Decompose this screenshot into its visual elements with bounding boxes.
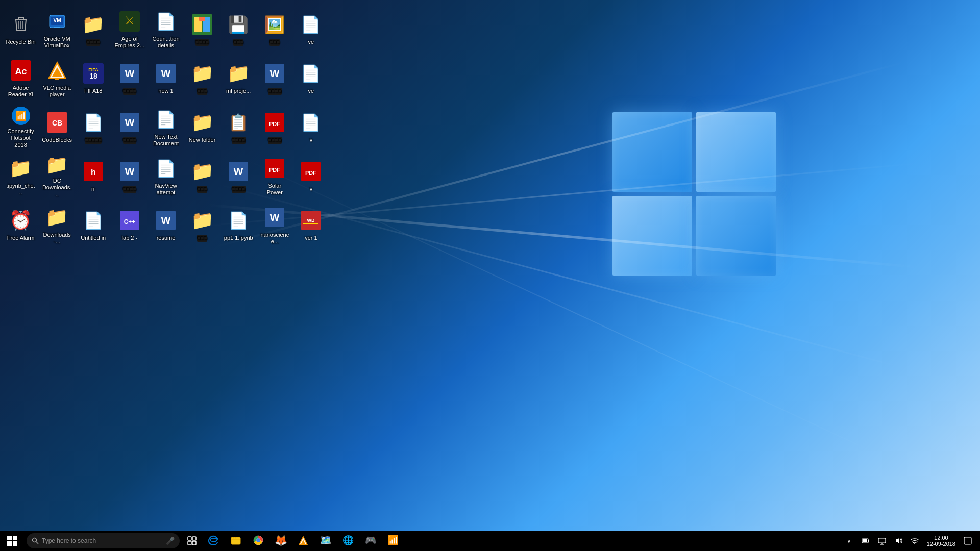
adobe-reader-icon[interactable]: Ac Adobe Reader XI [4, 55, 38, 101]
notification-center[interactable] [960, 531, 976, 551]
svg-text:W: W [125, 68, 134, 79]
countdown-icon[interactable]: 📄 Coun...tion details [149, 6, 183, 52]
dc-downloads-label: DC Downloads... [42, 178, 72, 198]
oracle-vm-icon[interactable]: VM Oracle VM VirtualBox [40, 6, 74, 52]
taskbar-vlc[interactable] [292, 531, 314, 551]
folder-redacted-3-icon[interactable]: 📁 ■■■ [185, 153, 219, 199]
age-of-empires-label: Age of Empires 2... [114, 36, 144, 49]
pp1-label: pp1 1.ipynb [224, 235, 253, 241]
desktop-icons-area: Recycle Bin VM Oracle VM VirtualBox 📁 ■■… [0, 0, 332, 531]
new-text-doc-label: New Text Document [151, 134, 181, 147]
svg-text:VM: VM [53, 18, 61, 23]
ver1-icon[interactable]: WB ver 1 [294, 202, 328, 248]
untitled-img: 📄 [81, 208, 106, 233]
word-redacted-label-3: ■■■■ [123, 186, 137, 192]
v-icon-3[interactable]: 📄 v [294, 104, 328, 150]
text-doc-redacted-label: ■■■■■ [85, 137, 102, 143]
text-doc-redacted-icon[interactable]: 📄 ■■■■■ [76, 104, 110, 150]
beam-5 [237, 155, 886, 458]
ve-icon-2[interactable]: 📄 ve [294, 55, 328, 101]
battery-tray[interactable] [857, 531, 874, 551]
ipynb-folder-icon[interactable]: 📁 .ipynb_che... [4, 153, 38, 199]
taskbar-explorer[interactable] [225, 531, 247, 551]
solar-power-icon[interactable]: PDF Solar Power [258, 153, 292, 199]
resume-icon[interactable]: W resume [149, 202, 183, 248]
new1-icon[interactable]: W new 1 [149, 55, 183, 101]
v-label-4: v [310, 186, 313, 192]
taskbar-chrome[interactable] [247, 531, 270, 551]
countdown-label: Coun...tion details [151, 36, 181, 49]
folder-redacted-2-icon[interactable]: 📁 ■■■ [185, 55, 219, 101]
connectify-label: Connectify Hotspot 2018 [6, 128, 36, 148]
ipynb-folder-label: .ipynb_che... [6, 183, 36, 196]
untitled-icon[interactable]: 📄 Untitled in [76, 202, 110, 248]
connectify-icon[interactable]: 📶 Connectify Hotspot 2018 [4, 104, 38, 150]
file-redacted-icon[interactable]: 💾 ■■■ [222, 6, 256, 52]
lab2-icon[interactable]: C++ lab 2 - [112, 202, 146, 248]
sticky-redacted-icon[interactable]: 📋 ■■■■ [222, 104, 256, 150]
taskbar: 🎤 [0, 531, 980, 551]
downloads-img: 📁 [45, 205, 69, 230]
network-tray[interactable] [874, 531, 890, 551]
search-input[interactable] [42, 537, 159, 544]
svg-text:📶: 📶 [15, 110, 27, 121]
new-folder-icon[interactable]: 📁 New folder [185, 104, 219, 150]
svg-rect-75 [878, 538, 886, 543]
codeblocks-icon[interactable]: CB CodeBlocks [40, 104, 74, 150]
folder-redacted-icon[interactable]: 📁 ■■■■ [76, 6, 110, 52]
system-clock[interactable]: 12:00 12-09-2018 [923, 531, 960, 551]
free-alarm-icon[interactable]: ⏰ Free Alarm [4, 202, 38, 248]
recycle-bin-label: Recycle Bin [6, 39, 36, 45]
svg-rect-55 [7, 536, 12, 540]
taskbar-app7[interactable]: 🌐 [337, 531, 359, 551]
taskbar-app8[interactable]: 🎮 [359, 531, 382, 551]
taskbar-maps[interactable]: 🗺️ [314, 531, 337, 551]
word-doc-redacted-icon[interactable]: W ■■■■ [112, 104, 146, 150]
winrar-icon[interactable]: ■■■■ [185, 6, 219, 52]
taskbar-wifi-app[interactable]: 📶 [382, 531, 404, 551]
downloads-icon[interactable]: 📁 Downloads -... [40, 202, 74, 248]
wifi-tray[interactable] [906, 531, 923, 551]
new-folder-label: New folder [189, 137, 216, 143]
winrar-img [190, 12, 214, 37]
ve-icon-1[interactable]: 📄 ve [294, 6, 328, 52]
folder-redacted-4-icon[interactable]: 📁 ■■■ [185, 202, 219, 248]
task-view-button[interactable] [182, 531, 202, 551]
nanoscience-img: W [262, 205, 287, 230]
svg-text:W: W [270, 68, 280, 79]
pp1-icon[interactable]: 📄 pp1 1.ipynb [222, 202, 256, 248]
recycle-bin-icon[interactable]: Recycle Bin [4, 6, 38, 52]
v-icon-4[interactable]: PDF v [294, 153, 328, 199]
word-redacted-icon-2[interactable]: W ■■■■ [258, 55, 292, 101]
age-of-empires-icon[interactable]: ⚔ Age of Empires 2... [112, 6, 146, 52]
nanoscience-icon[interactable]: W nanoscience... [258, 202, 292, 248]
new-text-doc-icon[interactable]: 📄 New Text Document [149, 104, 183, 150]
image-redacted-icon[interactable]: 🖼️ ■■■ [258, 6, 292, 52]
taskbar-edge[interactable] [202, 531, 225, 551]
word-redacted-icon-3[interactable]: W ■■■■ [112, 153, 146, 199]
dc-downloads-icon[interactable]: 📁 DC Downloads... [40, 153, 74, 199]
volume-tray[interactable] [890, 531, 906, 551]
ver1-label: ver 1 [305, 235, 317, 241]
svg-text:h: h [91, 168, 96, 177]
ml-proj-icon[interactable]: 📁 ml proje... [222, 55, 256, 101]
fifa18-icon[interactable]: FIFA 18 FIFA18 [76, 55, 110, 101]
word-2-redacted-icon[interactable]: W ■■■■ [222, 153, 256, 199]
show-hidden-tray[interactable]: ∧ [841, 531, 857, 551]
navview-label: NavView attempt [151, 183, 181, 196]
file-redacted-img: 💾 [226, 12, 251, 37]
start-button[interactable] [0, 531, 24, 551]
word-redacted-img-2: W [262, 61, 287, 86]
pp1-img: 📄 [226, 208, 251, 233]
search-bar[interactable]: 🎤 [27, 533, 180, 548]
svg-rect-62 [192, 537, 196, 540]
pdf-redacted-icon[interactable]: PDF ■■■■ [258, 104, 292, 150]
vlc-icon[interactable]: VLC media player [40, 55, 74, 101]
svg-marker-78 [896, 538, 899, 544]
svg-rect-18 [55, 79, 59, 80]
svg-rect-65 [231, 537, 240, 544]
navview-icon[interactable]: 📄 NavView attempt [149, 153, 183, 199]
rr-icon[interactable]: h rr [76, 153, 110, 199]
taskbar-firefox[interactable]: 🦊 [270, 531, 292, 551]
word-redacted-icon-1[interactable]: W ■■■■ [112, 55, 146, 101]
